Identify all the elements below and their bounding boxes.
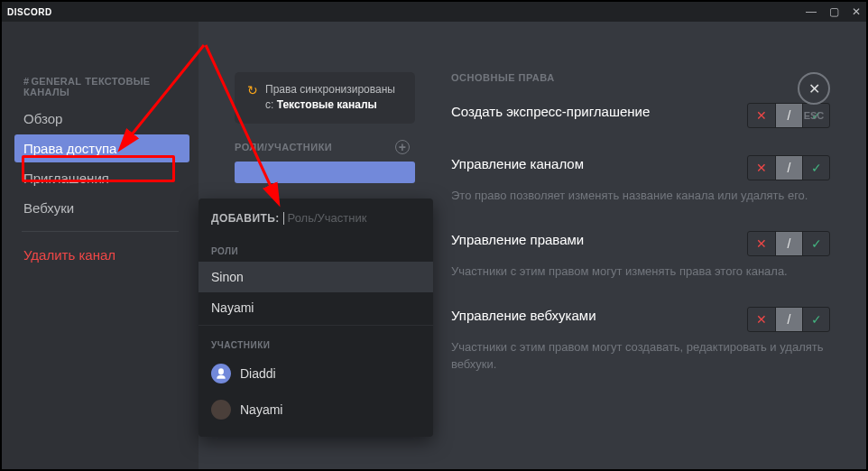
- text-caret-icon: [283, 212, 284, 225]
- minimize-icon[interactable]: —: [806, 5, 817, 18]
- deny-icon[interactable]: ✕: [748, 156, 775, 180]
- app-brand: DISCORD: [7, 7, 52, 17]
- perm-title: Управление правами: [451, 231, 729, 249]
- popup-role-item[interactable]: Sinon: [199, 262, 433, 292]
- breadcrumb-channel: GENERAL: [31, 76, 81, 87]
- avatar-icon: [211, 364, 231, 383]
- divider: [199, 325, 433, 326]
- sync-notice: ↻ Права синхронизированы с: Текстовые ка…: [235, 72, 415, 124]
- divider: [22, 231, 179, 232]
- hash-icon: #: [23, 76, 29, 87]
- perm-desc: Это право позволяет изменять название ка…: [451, 188, 830, 204]
- close-icon[interactable]: ✕: [798, 72, 830, 105]
- nav-permissions[interactable]: Права доступа: [14, 134, 189, 162]
- perm-desc: Участники с этим правом могут создавать,…: [451, 339, 830, 372]
- perm-title: Управление каналом: [451, 155, 729, 173]
- allow-icon[interactable]: ✓: [802, 232, 829, 255]
- nav-delete-channel[interactable]: Удалить канал: [14, 241, 189, 269]
- breadcrumb: #GENERALТЕКСТОВЫЕ КАНАЛЫ: [2, 76, 199, 105]
- perm-manage-webhooks: Управление вебхуками ✕ / ✓ Участники с э…: [451, 307, 830, 372]
- add-role-icon[interactable]: +: [395, 140, 410, 154]
- close-label: ESC: [798, 110, 830, 121]
- role-pill-selected[interactable]: [235, 162, 415, 183]
- permissions-header: ОСНОВНЫЕ ПРАВА: [451, 72, 830, 83]
- close-settings: ✕ ESC: [798, 72, 830, 121]
- sync-line2-bold: Текстовые каналы: [277, 98, 377, 111]
- add-label: ДОБАВИТЬ:: [211, 212, 280, 225]
- titlebar: DISCORD — ▢ ✕: [2, 2, 866, 22]
- perm-toggle[interactable]: ✕ / ✓: [747, 155, 830, 180]
- close-window-icon[interactable]: ✕: [852, 5, 861, 18]
- popup-member-item[interactable]: Nayami: [199, 392, 433, 428]
- roles-column-header: РОЛИ/УЧАСТНИКИ +: [235, 140, 415, 154]
- neutral-icon[interactable]: /: [775, 232, 802, 255]
- add-role-popup: ДОБАВИТЬ: РОЛИ Sinon Nayami УЧАСТНИКИ Di…: [199, 199, 433, 437]
- perm-manage-channel: Управление каналом ✕ / ✓ Это право позво…: [451, 155, 830, 204]
- deny-icon[interactable]: ✕: [748, 232, 775, 255]
- nav-invites[interactable]: Приглашения: [14, 164, 189, 192]
- settings-sidebar: #GENERALТЕКСТОВЫЕ КАНАЛЫ Обзор Права дос…: [2, 22, 199, 469]
- perm-desc: Участники с этим правом могут изменять п…: [451, 263, 830, 280]
- maximize-icon[interactable]: ▢: [829, 5, 839, 18]
- sync-line2-prefix: с:: [265, 98, 277, 111]
- allow-icon[interactable]: ✓: [802, 156, 829, 180]
- popup-members-header: УЧАСТНИКИ: [199, 328, 433, 356]
- neutral-icon[interactable]: /: [775, 156, 802, 180]
- perm-title: Создать экспресс-приглашение: [451, 103, 729, 121]
- role-search-input[interactable]: [288, 211, 439, 225]
- perm-title: Управление вебхуками: [451, 307, 729, 325]
- perm-create-invite: Создать экспресс-приглашение ✕ / ✓: [451, 103, 830, 128]
- popup-member-item[interactable]: Diaddi: [199, 356, 433, 392]
- popup-roles-header: РОЛИ: [199, 234, 433, 262]
- perm-toggle[interactable]: ✕ / ✓: [747, 307, 830, 332]
- popup-role-item[interactable]: Nayami: [199, 292, 433, 323]
- perm-manage-permissions: Управление правами ✕ / ✓ Участники с эти…: [451, 231, 830, 280]
- sync-icon: ↻: [247, 83, 258, 97]
- deny-icon[interactable]: ✕: [748, 104, 775, 127]
- allow-icon[interactable]: ✓: [802, 308, 829, 331]
- neutral-icon[interactable]: /: [775, 308, 802, 331]
- window-controls: — ▢ ✕: [806, 5, 861, 18]
- perm-toggle[interactable]: ✕ / ✓: [747, 231, 830, 256]
- nav-overview[interactable]: Обзор: [14, 105, 189, 133]
- nav-webhooks[interactable]: Вебхуки: [14, 194, 189, 222]
- deny-icon[interactable]: ✕: [748, 308, 775, 331]
- sync-line1: Права синхронизированы: [265, 83, 395, 96]
- avatar-icon: [211, 400, 231, 420]
